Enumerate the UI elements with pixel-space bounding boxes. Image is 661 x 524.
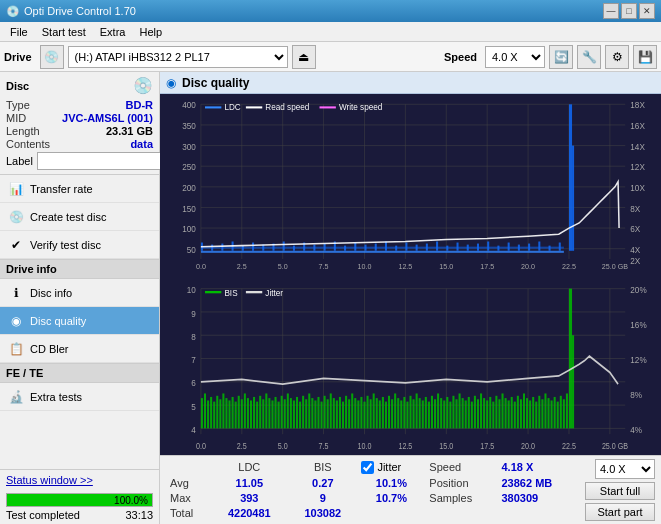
svg-rect-156: [262, 399, 264, 428]
svg-rect-224: [471, 401, 473, 428]
svg-rect-185: [351, 393, 353, 428]
svg-rect-177: [327, 399, 329, 428]
sidebar-item-disc-info[interactable]: ℹ Disc info: [0, 279, 159, 307]
sidebar-item-verify-test-disc[interactable]: ✔ Verify test disc: [0, 231, 159, 259]
config-button2[interactable]: ⚙: [605, 45, 629, 69]
stats-max-bis: 9: [288, 491, 357, 506]
disc-type-value: BD-R: [126, 99, 154, 111]
svg-text:12X: 12X: [630, 163, 645, 172]
svg-rect-260: [246, 290, 262, 292]
svg-rect-76: [467, 245, 469, 251]
svg-text:17.5: 17.5: [480, 441, 494, 451]
close-button[interactable]: ✕: [639, 3, 655, 19]
jitter-checkbox-label[interactable]: Jitter: [361, 461, 421, 474]
jitter-checkbox-cell: Jitter: [357, 459, 425, 475]
stats-empty-cell: [166, 459, 210, 475]
jitter-checkbox[interactable]: [361, 461, 374, 474]
sidebar: Disc 💿 Type BD-R MID JVC-AMS6L (001) Len…: [0, 72, 160, 524]
svg-text:18X: 18X: [630, 101, 645, 110]
svg-rect-248: [544, 393, 546, 428]
menubar: File Start test Extra Help: [0, 22, 661, 42]
disc-quality-header: ◉ Disc quality: [160, 72, 661, 94]
svg-rect-62: [324, 244, 326, 251]
titlebar: 💿 Opti Drive Control 1.70 — □ ✕: [0, 0, 661, 22]
svg-rect-212: [434, 399, 436, 428]
drive-icon-btn[interactable]: 💿: [40, 45, 64, 69]
speed-select[interactable]: 4.0 X: [485, 46, 545, 68]
svg-rect-144: [225, 398, 227, 428]
svg-rect-222: [465, 400, 467, 428]
svg-text:250: 250: [182, 163, 196, 172]
status-bottom: Test completed 33:13: [6, 509, 153, 521]
svg-text:10: 10: [187, 284, 196, 295]
sidebar-item-cd-bler[interactable]: 📋 CD Bler: [0, 335, 159, 363]
svg-text:4X: 4X: [630, 246, 641, 255]
nav-label-extra-tests: Extra tests: [30, 391, 82, 403]
svg-rect-71: [416, 245, 418, 251]
sidebar-item-create-test-disc[interactable]: 💿 Create test disc: [0, 203, 159, 231]
svg-rect-194: [379, 400, 381, 428]
app-title: 💿 Opti Drive Control 1.70: [6, 5, 136, 18]
sidebar-item-extra-tests[interactable]: 🔬 Extra tests: [0, 383, 159, 411]
svg-rect-227: [480, 393, 482, 428]
svg-rect-254: [563, 399, 565, 428]
maximize-button[interactable]: □: [621, 3, 637, 19]
svg-rect-200: [397, 398, 399, 428]
drive-label: Drive: [4, 51, 32, 63]
start-full-button[interactable]: Start full: [585, 482, 655, 500]
nav-label-create-test-disc: Create test disc: [30, 211, 106, 223]
svg-rect-154: [256, 401, 258, 428]
svg-text:6: 6: [191, 377, 196, 388]
svg-text:8: 8: [191, 331, 196, 342]
disc-type-row: Type BD-R: [6, 99, 153, 111]
verify-test-disc-icon: ✔: [8, 237, 24, 253]
svg-rect-136: [201, 398, 203, 428]
svg-rect-179: [333, 398, 335, 428]
status-window-link[interactable]: Status window >>: [0, 469, 159, 490]
drive-select[interactable]: (H:) ATAPI iHBS312 2 PL17: [68, 46, 288, 68]
menu-start-test[interactable]: Start test: [36, 24, 92, 40]
menu-file[interactable]: File: [4, 24, 34, 40]
disc-info-icon: ℹ: [8, 285, 24, 301]
buttons-speed-area: 4.0 X Start full Start part: [585, 459, 655, 521]
svg-rect-218: [452, 395, 454, 428]
sidebar-item-transfer-rate[interactable]: 📊 Transfer rate: [0, 175, 159, 203]
svg-rect-81: [518, 245, 520, 251]
config-button1[interactable]: 🔧: [577, 45, 601, 69]
svg-text:Jitter: Jitter: [265, 287, 283, 298]
stats-total-label: Total: [166, 506, 210, 521]
svg-text:5: 5: [191, 401, 196, 412]
svg-rect-78: [487, 241, 489, 250]
svg-rect-219: [455, 399, 457, 428]
stats-avg-label: Avg: [166, 475, 210, 490]
svg-rect-68: [385, 241, 387, 250]
save-button[interactable]: 💾: [633, 45, 657, 69]
transfer-rate-icon: 📊: [8, 181, 24, 197]
svg-rect-202: [403, 396, 405, 427]
disc-contents-value: data: [130, 138, 153, 150]
disc-label-label: Label: [6, 155, 33, 167]
menu-extra[interactable]: Extra: [94, 24, 132, 40]
svg-rect-258: [205, 290, 221, 292]
start-part-button[interactable]: Start part: [585, 503, 655, 521]
progress-bar-container: 100.0%: [6, 493, 153, 507]
refresh-button[interactable]: 🔄: [549, 45, 573, 69]
sidebar-item-disc-quality[interactable]: ◉ Disc quality: [0, 307, 159, 335]
svg-text:7.5: 7.5: [319, 263, 329, 271]
svg-text:10.0: 10.0: [358, 441, 372, 451]
minimize-button[interactable]: —: [603, 3, 619, 19]
svg-rect-147: [235, 401, 237, 428]
svg-text:Write speed: Write speed: [339, 103, 383, 112]
svg-rect-162: [281, 395, 283, 428]
svg-rect-209: [425, 396, 427, 427]
menu-help[interactable]: Help: [133, 24, 168, 40]
svg-text:50: 50: [187, 246, 197, 255]
svg-rect-88: [205, 106, 221, 108]
nav-label-disc-quality: Disc quality: [30, 315, 86, 327]
svg-rect-215: [443, 400, 445, 428]
svg-rect-59: [293, 246, 295, 251]
svg-rect-217: [449, 401, 451, 428]
svg-rect-182: [342, 401, 344, 428]
eject-button[interactable]: ⏏: [292, 45, 316, 69]
stats-speed-select[interactable]: 4.0 X: [595, 459, 655, 479]
